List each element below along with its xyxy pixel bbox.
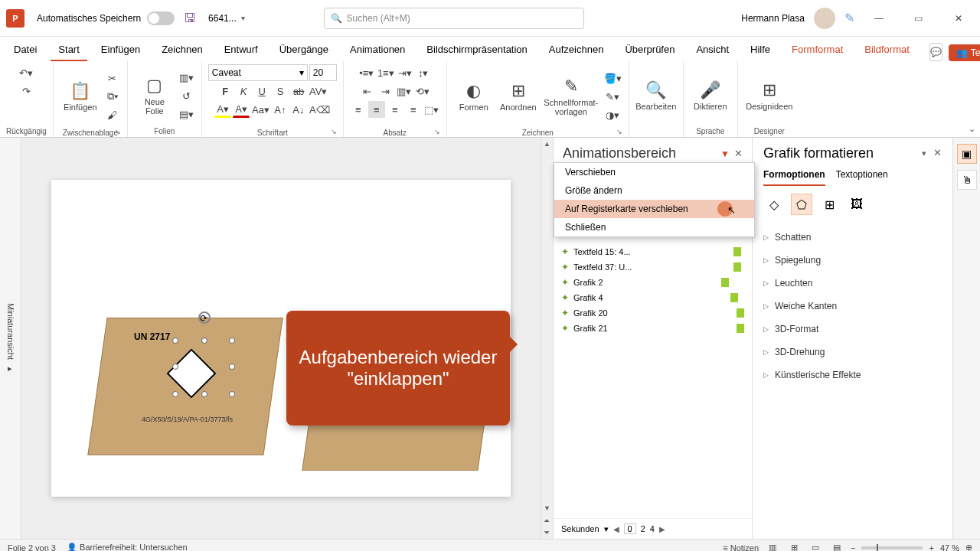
animation-item[interactable]: ✦Textfeld 37: U... [560,259,746,275]
drawing-launcher-icon[interactable]: ↘ [616,128,622,135]
section-3d-format[interactable]: ▷3D-Format [763,318,942,341]
design-ideas-button[interactable]: ⊞Designideen [744,73,795,119]
animation-item[interactable]: ✦Grafik 20 [560,305,746,321]
animation-item[interactable]: ✦Textfeld 15: 4... [560,244,746,259]
reset-button[interactable]: ↺ [178,87,195,104]
indent-button[interactable]: ⇥ [377,83,394,99]
animation-item[interactable]: ✦Grafik 4 [560,290,746,305]
reading-view-button[interactable]: ▭ [808,542,823,552]
numbering-button[interactable]: 1≡▾ [377,64,395,81]
collapse-ribbon-button[interactable]: ⌄ [969,124,975,134]
font-name-input[interactable]: Caveat▾ [208,64,308,81]
pane-close-button[interactable]: ✕ [734,148,743,159]
selection-handle[interactable] [229,364,235,370]
autosave-toggle[interactable] [147,11,175,25]
tab-hilfe[interactable]: Hilfe [743,39,778,61]
zoom-level[interactable]: 47 % [940,543,959,552]
redo-button[interactable]: ↷ [18,83,34,99]
sorter-view-button[interactable]: ⊞ [786,542,802,552]
tab-ansicht[interactable]: Ansicht [688,39,737,61]
tab-start[interactable]: Start [51,39,87,61]
format-pane-close-button[interactable]: ✕ [933,147,942,158]
highlight-button[interactable]: A▾ [214,101,231,118]
share-button[interactable]: 👥Teilen [949,44,980,61]
tab-datei[interactable]: Datei [6,39,44,61]
pane-dropdown-icon[interactable]: ▼ [720,148,730,159]
paste-button[interactable]: 📋Einfügen [60,73,101,119]
selection-handle[interactable] [201,337,207,344]
close-button[interactable]: ✕ [943,7,974,30]
columns-button[interactable]: ▥▾ [396,83,413,99]
tab-bildformat[interactable]: Bildformat [857,39,917,61]
avatar[interactable] [814,8,835,29]
layout-button[interactable]: ▥▾ [178,69,195,86]
zoom-slider[interactable] [861,546,923,549]
section-leuchten[interactable]: ▷Leuchten [763,272,942,295]
grow-font-button[interactable]: A↑ [272,101,289,118]
selection-handle[interactable] [172,337,178,344]
timeline-right-icon[interactable]: ▶ [659,525,665,533]
comments-button[interactable]: 💬 [929,43,942,61]
edit-button[interactable]: 🔍Bearbeiten [635,73,677,119]
fit-window-button[interactable]: ⊕ [965,543,972,551]
rotation-handle[interactable]: ⟳ [198,311,211,324]
clipboard-launcher-icon[interactable]: ↘ [115,128,121,135]
tab-entwurf[interactable]: Entwurf [217,39,266,61]
slideshow-button[interactable]: ▤ [829,542,844,552]
undo-button[interactable]: ↶▾ [18,64,34,81]
shape-effects-button[interactable]: ◑▾ [603,106,622,123]
maximize-button[interactable]: ▭ [903,7,934,30]
shape-fill-button[interactable]: 🪣▾ [603,70,622,86]
line-spacing-button[interactable]: ↕▾ [415,64,432,81]
menu-registerkarte[interactable]: Auf Registerkarte verschieben↖ [554,200,754,218]
section-effekte[interactable]: ▷Künstlerische Effekte [763,364,942,386]
font-launcher-icon[interactable]: ↘ [331,128,337,135]
minimize-button[interactable]: — [864,7,894,30]
scroll-down-icon[interactable]: ▼ [541,502,553,514]
outdent-button[interactable]: ⇤ [359,83,376,99]
slide-canvas[interactable]: UN 2717 UN 1298 4G/X50/S/19/A/PA-01/3773… [21,138,541,539]
fill-tab-icon[interactable]: ◇ [763,194,785,215]
menu-schliessen[interactable]: Schließen [554,218,754,236]
bold-button[interactable]: F [217,83,234,99]
pencil-icon[interactable]: ✎ [844,11,854,25]
clear-format-button[interactable]: A⌫ [309,101,331,118]
tab-einfuegen[interactable]: Einfügen [93,39,148,61]
bullets-button[interactable]: •≡▾ [358,64,375,81]
rail-format-icon[interactable]: ▣ [957,144,977,164]
selection-handle[interactable] [229,391,235,397]
username[interactable]: Hermann Plasa [741,13,805,24]
section-button[interactable]: ▤▾ [178,106,195,122]
underline-button[interactable]: U [253,83,270,99]
align-center-button[interactable]: ≡ [368,101,385,118]
pane-options-icon[interactable]: ▾ [922,148,926,158]
new-slide-button[interactable]: ▢Neue Folie [134,73,175,119]
size-tab-icon[interactable]: ⊞ [818,194,840,215]
rail-select-icon[interactable]: 🖱 [957,170,977,190]
scroll-up-icon[interactable]: ▲ [541,138,553,150]
section-weiche-kanten[interactable]: ▷Weiche Kanten [763,295,942,318]
align-right-button[interactable]: ≡ [387,101,403,118]
paragraph-launcher-icon[interactable]: ↘ [434,128,440,135]
arrange-button[interactable]: ⊞Anordnen [498,73,539,119]
quickstyles-button[interactable]: ✎Schnellformat- vorlagen [542,73,600,119]
vertical-scrollbar[interactable]: ▲ ▼ ⏶ ⏷ [541,138,553,539]
font-color-button[interactable]: A▾ [233,101,250,118]
dictate-button[interactable]: 🎤Diktieren [690,73,731,119]
zoom-in-button[interactable]: + [929,543,933,552]
strike-button[interactable]: ab [290,83,307,99]
tab-zeichnen[interactable]: Zeichnen [154,39,210,61]
smartart-button[interactable]: ⬚▾ [423,101,440,118]
tab-formoptionen[interactable]: Formoptionen [763,169,825,186]
tab-textoptionen[interactable]: Textoptionen [836,169,888,186]
section-3d-drehung[interactable]: ▷3D-Drehung [763,341,942,364]
selection-handle[interactable] [229,337,235,344]
filename-chevron-icon[interactable]: ▾ [241,14,245,22]
thumbnail-rail[interactable]: Miniaturansicht▸ [0,138,21,539]
selection-handle[interactable] [172,391,178,397]
chevron-down-icon[interactable]: ▾ [604,524,609,534]
slide-counter[interactable]: Folie 2 von 3 [8,543,56,552]
align-left-button[interactable]: ≡ [350,101,367,118]
tab-ueberpruefen[interactable]: Überprüfen [617,39,682,61]
notes-button[interactable]: ≡ Notizen [723,543,759,552]
